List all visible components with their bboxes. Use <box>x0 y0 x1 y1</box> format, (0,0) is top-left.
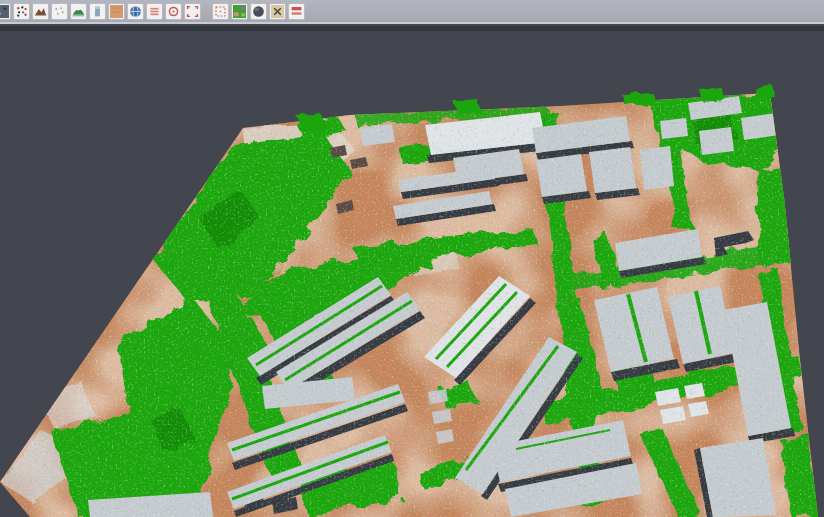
toolbar-button-point-cloud[interactable] <box>13 3 30 20</box>
toolbar-button-red-list[interactable] <box>146 3 163 20</box>
dark-sphere-icon <box>252 5 265 18</box>
toolbar-button-target-circle[interactable] <box>165 3 182 20</box>
application-window: { "window": { "width": 824, "height": 51… <box>0 0 824 517</box>
profile-view-icon <box>91 5 104 18</box>
toolbar-button-zoom-extents[interactable] <box>184 3 201 20</box>
toolbar-button-sparse-points[interactable] <box>51 3 68 20</box>
zoom-extents-icon <box>186 5 199 18</box>
toolbar-button-clip-cross[interactable] <box>269 3 286 20</box>
toolbar-button-terrain-mound[interactable] <box>70 3 87 20</box>
select-region-icon <box>214 5 227 18</box>
globe-3d-icon <box>129 5 142 18</box>
toolbar-button-classification-map[interactable] <box>231 3 248 20</box>
point-cloud-icon <box>15 5 28 18</box>
toolbar-button-select-region[interactable] <box>212 3 229 20</box>
toolbar-button-profile-view[interactable] <box>89 3 106 20</box>
tin-surface-icon <box>34 5 47 18</box>
toolbar-button-ortho-image[interactable] <box>108 3 125 20</box>
toolbar-button-layers-dark[interactable] <box>0 3 11 20</box>
viewport-3d[interactable] <box>0 24 824 517</box>
sparse-points-icon <box>53 5 66 18</box>
toolbar-button-dark-sphere[interactable] <box>250 3 267 20</box>
terrain-model <box>0 24 824 517</box>
terrain-mound-icon <box>72 5 85 18</box>
pointcloud-noise <box>0 80 824 517</box>
clip-cross-icon <box>271 5 284 18</box>
red-list-icon <box>148 5 161 18</box>
flag-tool-icon <box>290 5 303 18</box>
toolbar-button-tin-surface[interactable] <box>32 3 49 20</box>
toolbar-button-globe-3d[interactable] <box>127 3 144 20</box>
toolbar-button-flag-tool[interactable] <box>288 3 305 20</box>
classification-map-icon <box>233 5 246 18</box>
target-circle-icon <box>167 5 180 18</box>
layers-dark-icon <box>0 5 9 18</box>
toolbar <box>0 0 824 24</box>
ortho-image-icon <box>110 5 123 18</box>
